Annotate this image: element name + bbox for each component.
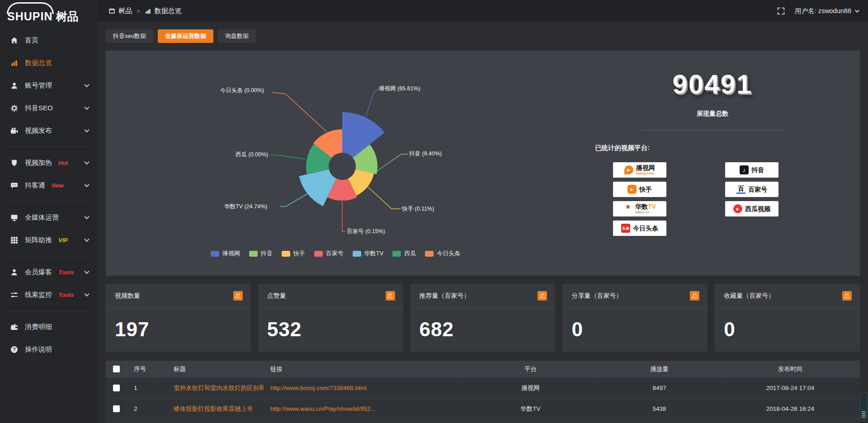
- hot-badge: Hot: [58, 160, 68, 166]
- logo-arc-icon: [7, 2, 54, 14]
- platform-name: 快手: [639, 186, 652, 193]
- legend-item-xigua[interactable]: 西瓜: [392, 249, 416, 258]
- pie-svg: [106, 51, 565, 276]
- bar-chart-icon: [145, 8, 151, 14]
- question-icon: ?: [10, 346, 18, 353]
- row-checkbox[interactable]: [113, 405, 120, 412]
- video-url-link[interactable]: http://www.wasu.cn/Play/show/id/952...: [270, 405, 376, 412]
- platform-badge-boosj: ▶ 播视网boosj.com: [613, 162, 666, 178]
- summary-divider: [640, 130, 785, 130]
- platform-name: 今日头条: [633, 225, 658, 231]
- platform-badges: ▶ 播视网boosj.com ▶ 快手 * 华数TVwasu.cn: [565, 162, 860, 236]
- tab-omnimedia-data[interactable]: 全媒体运营数据: [158, 29, 213, 43]
- sidebar-item-instructions[interactable]: ? 操作说明: [0, 338, 98, 361]
- legend-swatch: [211, 251, 219, 257]
- sidebar-item-member-burst[interactable]: 会员爆客 Tools: [0, 261, 98, 283]
- sidebar-item-matrix-boost[interactable]: 矩阵助推 VIP: [0, 229, 98, 251]
- sidebar-item-video-heat[interactable]: 视频加热 Hot: [0, 151, 98, 174]
- sidebar-item-label: 消费明细: [25, 323, 52, 331]
- sidebar-item-spending-details[interactable]: 消费明细: [0, 315, 98, 338]
- sidebar-item-data-overview[interactable]: 数据总览: [0, 52, 98, 74]
- sidebar-item-label: 矩阵助推: [25, 236, 52, 244]
- row-publish-time: 2017-08-24 17:04: [721, 378, 860, 398]
- platform-badge-douyin: ♪ 抖音: [725, 162, 778, 178]
- sidebar-item-douketong[interactable]: 抖客通 New: [0, 174, 98, 197]
- sidebar-item-label: 视频加热: [25, 159, 52, 167]
- logo[interactable]: SHUPIN树品: [0, 0, 98, 29]
- pie-label-toutiao: 今日头条 (0.00%): [220, 87, 264, 94]
- sidebar-item-omnimedia-operation[interactable]: 全媒体运营: [0, 206, 98, 229]
- row-checkbox[interactable]: [113, 385, 120, 391]
- sidebar-item-account-management[interactable]: 账号管理: [0, 74, 98, 97]
- user-menu[interactable]: 用户名: zswodun88: [795, 7, 858, 15]
- legend-item-toutiao[interactable]: 今日头条: [425, 249, 460, 258]
- legend-item-kuaishou[interactable]: 快手: [282, 249, 305, 258]
- pie-slice-wasutv[interactable]: [299, 169, 337, 207]
- grid-icon: [10, 236, 18, 244]
- sidebar-item-home[interactable]: 首页: [0, 29, 98, 52]
- content: 抖音seo数据 全媒体运营数据 询盘数据: [98, 22, 868, 423]
- home-icon: [10, 37, 18, 44]
- sidebar-item-label: 账号管理: [25, 81, 52, 90]
- user-icon: [10, 82, 18, 89]
- data-tabs: 抖音seo数据 全媒体运营数据 询盘数据: [106, 29, 860, 43]
- leader-line-boshiwang: [366, 89, 378, 117]
- tab-inquiry-data[interactable]: 询盘数据: [218, 29, 256, 43]
- legend-item-baijiahao[interactable]: 百家号: [314, 249, 344, 258]
- bar-chart-icon: [10, 59, 18, 67]
- platform-column-left: ▶ 播视网boosj.com ▶ 快手 * 华数TVwasu.cn: [613, 162, 666, 236]
- breadcrumb-app[interactable]: 树品: [118, 7, 132, 15]
- new-badge: New: [52, 182, 64, 189]
- legend-item-wasutv[interactable]: 华数TV: [353, 249, 384, 258]
- video-title-link[interactable]: 楼体投影灯投影效果震撼上市: [174, 405, 253, 413]
- leader-line-toutiao: [272, 92, 327, 132]
- sidebar-item-label: 全媒体运营: [25, 213, 59, 222]
- floating-service-widget[interactable]: [860, 392, 868, 420]
- sidebar-item-label: 会员爆客: [25, 268, 52, 277]
- chevron-down-icon: [84, 160, 89, 164]
- total-badge: 总: [233, 291, 243, 301]
- platform-column-right: ♪ 抖音 百 百家号 ▶ 西瓜视频: [725, 162, 778, 236]
- chevron-down-icon: [84, 82, 89, 87]
- legend-item-douyin[interactable]: 抖音: [249, 249, 273, 258]
- leader-line-baijiahao: [342, 202, 345, 231]
- total-badge: 总: [690, 291, 699, 301]
- chevron-down-icon: [84, 269, 89, 274]
- sidebar-item-label: 线索监控: [25, 291, 52, 299]
- video-title-link[interactable]: 室外水纹灯和室内水纹灯的区别和简介: [174, 384, 264, 392]
- chevron-down-icon: [855, 8, 859, 13]
- rose-pie-chart: 播视网 (65.61%) 抖音 (9.40%) 快手 (0.11%) 百家号 (…: [106, 51, 565, 276]
- topbar-right: 用户名: zswodun88: [777, 7, 858, 15]
- platform-name: 播视网: [636, 164, 655, 171]
- wasu-logo-icon: *: [623, 204, 632, 213]
- chevron-down-icon: [84, 237, 89, 242]
- sidebar: SHUPIN树品 首页 数据总览 账号管理 抖音SEO: [0, 0, 98, 423]
- legend-swatch: [425, 251, 434, 257]
- col-header-title: 标题: [156, 361, 264, 377]
- fullscreen-icon[interactable]: [777, 7, 785, 15]
- sidebar-item-lead-monitor[interactable]: 线索监控 Tools: [0, 283, 98, 306]
- stat-card-value: 532: [258, 308, 403, 341]
- video-url-link[interactable]: http://www.boosj.com/7338468.html: [270, 385, 367, 391]
- stat-card-value: 197: [106, 308, 251, 341]
- stat-cards-row: 视频数量总 197 点赞量总 532 推荐量（百家号）总 682 分享量（百家号…: [106, 284, 860, 352]
- breadcrumb: 树品 > 数据总览: [108, 7, 182, 15]
- pie-label-baijiahao: 百家号 (0.15%): [347, 228, 385, 235]
- sidebar-item-label: 视频发布: [25, 127, 52, 135]
- sidebar-item-video-publish[interactable]: 视频发布: [0, 119, 98, 142]
- stat-card-video-count: 视频数量总 197: [106, 284, 251, 352]
- platform-badge-xigua: ▶ 西瓜视频: [725, 201, 778, 216]
- sliders-icon: [10, 291, 18, 299]
- legend-item-boshiwang[interactable]: 播视网: [211, 249, 240, 258]
- window-icon: [108, 8, 115, 14]
- legend-label: 抖音: [261, 249, 273, 258]
- breadcrumb-separator: >: [137, 8, 140, 14]
- legend-swatch: [314, 251, 323, 257]
- breadcrumb-page[interactable]: 数据总览: [155, 7, 182, 15]
- stat-card-title: 视频数量: [115, 292, 140, 300]
- pie-label-boshiwang: 播视网 (65.61%): [379, 85, 420, 93]
- sidebar-item-douyin-seo[interactable]: 抖音SEO: [0, 97, 98, 119]
- tab-douyin-seo-data[interactable]: 抖音seo数据: [106, 29, 153, 43]
- chat-bubble-icon: [10, 182, 18, 189]
- select-all-checkbox[interactable]: [113, 366, 120, 372]
